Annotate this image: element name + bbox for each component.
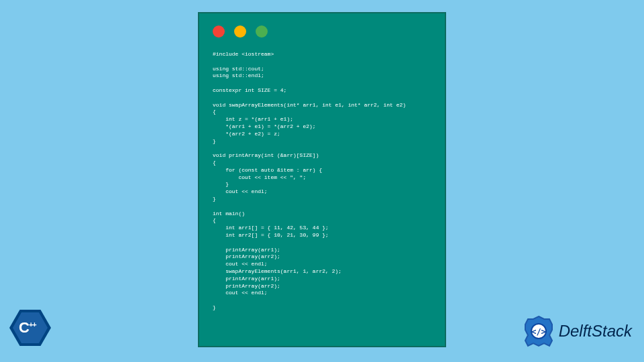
cpp-label: C++ — [19, 319, 36, 337]
cpp-logo: C++ — [9, 307, 51, 349]
delftstack-logo: </> DelftStack — [523, 315, 632, 347]
cpp-c: C — [19, 319, 29, 336]
gear-icon: </> — [523, 315, 555, 347]
code-content: #include <iostream> using std::cout; usi… — [199, 44, 445, 325]
cpp-plusplus: ++ — [29, 320, 36, 328]
window-controls — [199, 13, 445, 44]
svg-text:</>: </> — [531, 327, 546, 337]
close-icon[interactable] — [213, 25, 225, 38]
maximize-icon[interactable] — [256, 25, 268, 38]
minimize-icon[interactable] — [234, 25, 246, 38]
delftstack-text: DelftStack — [559, 322, 632, 341]
code-window: #include <iostream> using std::cout; usi… — [198, 12, 446, 347]
